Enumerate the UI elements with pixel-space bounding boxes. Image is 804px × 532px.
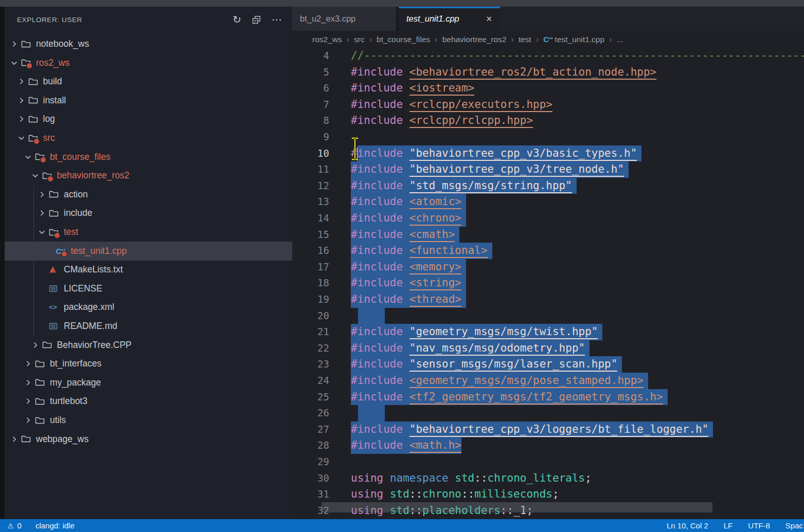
code-line-6[interactable]: 6#include <iostream> [292, 80, 804, 97]
folder-icon [42, 172, 56, 180]
code-line-8[interactable]: 8#include <rclcpp/rclcpp.hpp> [292, 113, 804, 129]
more-actions-icon[interactable]: ⋯ [272, 15, 282, 24]
close-icon[interactable]: ✕ [486, 14, 492, 24]
breadcrumb-item-file[interactable]: C++test_unit1.cpp [543, 35, 604, 44]
book-file-icon [49, 322, 63, 330]
tree-item-label: notebook_ws [36, 39, 89, 49]
collapse-all-icon[interactable] [252, 15, 261, 25]
chevron-right-icon [24, 378, 35, 387]
code-line-22[interactable]: 22#include "nav_msgs/msg/odometry.hpp" [292, 340, 804, 357]
chevron-right-icon: › [369, 35, 372, 44]
tree-item-utils[interactable]: utils [5, 411, 292, 430]
tree-item-bt-course-files[interactable]: bt_course_files [5, 148, 292, 167]
code-line-27[interactable]: 27#include "behaviortree_cpp_v3/loggers/… [292, 421, 804, 438]
status-eol[interactable]: LF [724, 521, 733, 530]
code-line-5[interactable]: 5#include <behaviortree_ros2/bt_action_n… [292, 64, 804, 81]
error-badge [34, 139, 39, 144]
code-line-14[interactable]: 14#include <chrono> [292, 210, 804, 227]
tab-test-unit1-cpp[interactable]: test_unit1.cpp✕ [399, 7, 500, 31]
error-badge [41, 157, 46, 162]
chevron-right-icon [10, 40, 21, 48]
code-line-9[interactable]: 9 [292, 129, 804, 145]
code-editor[interactable]: 4//-------------------------------------… [292, 48, 804, 519]
code-line-21[interactable]: 21#include "geometry_msgs/msg/twist.hpp" [292, 324, 804, 340]
code-line-31[interactable]: 31using std::chrono::milliseconds; [292, 486, 804, 503]
folder-icon [21, 40, 35, 48]
tree-item-notebook-ws[interactable]: notebook_ws [5, 34, 292, 53]
chevron-down-icon [17, 134, 28, 142]
code-line-4[interactable]: 4//-------------------------------------… [292, 48, 804, 64]
tree-item-behaviortree-ros2[interactable]: behaviortree_ros2 [5, 166, 292, 185]
code-line-19[interactable]: 19#include <thread> [292, 291, 804, 308]
code-line-15[interactable]: 15#include <cmath> [292, 227, 804, 243]
code-line-25[interactable]: 25#include <tf2_geometry_msgs/tf2_geomet… [292, 389, 804, 406]
breadcrumb-item-bt_course_files[interactable]: bt_course_files [377, 35, 430, 44]
refresh-icon[interactable]: ↻ [233, 15, 241, 24]
code-line-7[interactable]: 7#include <rclcpp/executors.hpp> [292, 97, 804, 113]
code-text: #include <functional> [351, 243, 492, 259]
breadcrumb-item-behaviortree_ros2[interactable]: behaviortree_ros2 [442, 35, 507, 44]
tree-item-label: log [43, 114, 55, 124]
code-line-28[interactable]: 28#include <math.h> [292, 437, 804, 454]
tree-item-turtlebot3[interactable]: turtlebot3 [5, 392, 292, 411]
status-clangd[interactable]: clangd: idle [35, 521, 75, 530]
breadcrumb-item-src[interactable]: src [354, 35, 365, 44]
folder-icon [42, 341, 56, 349]
status-problems[interactable]: ⚠ 0 [7, 521, 22, 530]
tree-item-bt-interfaces[interactable]: bt_interfaces [5, 354, 292, 373]
line-number: 28 [292, 437, 329, 454]
tree-item-webpage-ws[interactable]: webpage_ws [5, 430, 292, 449]
tree-item-label: webpage_ws [36, 434, 88, 445]
tree-item-behaviortree-cpp[interactable]: BehaviorTree.CPP [5, 336, 292, 355]
editor-group: bt_u2_ex3.cpptest_unit1.cpp✕ ros2_ws›src… [292, 7, 804, 519]
code-text: #include "behaviortree_cpp_v3/loggers/bt… [351, 421, 713, 438]
tree-item-action[interactable]: action [5, 185, 292, 204]
tree-item-test-unit1-cpp[interactable]: C++test_unit1.cpp [5, 242, 292, 261]
code-line-10[interactable]: 10#include "behaviortree_cpp_v3/basic_ty… [292, 145, 804, 162]
code-line-13[interactable]: 13#include <atomic> [292, 194, 804, 210]
status-encoding[interactable]: UTF-8 [748, 521, 770, 530]
tree-item-log[interactable]: log [5, 109, 292, 129]
code-line-11[interactable]: 11#include "behaviortree_cpp_v3/tree_nod… [292, 161, 804, 178]
tree-item-src[interactable]: src [5, 129, 292, 148]
code-line-29[interactable]: 29 [292, 454, 804, 470]
tree-item-install[interactable]: install [5, 91, 292, 110]
tree-item-cmakelists-txt[interactable]: CMakeLists.txt [5, 260, 292, 279]
selection-highlight: #include <memory> [351, 259, 466, 276]
chevron-right-icon [24, 416, 35, 425]
code-text: #include <iostream> [351, 80, 474, 97]
line-number: 29 [292, 454, 329, 470]
line-number: 17 [292, 259, 329, 276]
folder-icon [49, 228, 63, 236]
tree-item-test[interactable]: test [5, 223, 292, 242]
tree-item-build[interactable]: build [5, 72, 292, 91]
breadcrumb-item-test[interactable]: test [519, 35, 531, 44]
breadcrumb-item-ros2_ws[interactable]: ros2_ws [312, 35, 342, 44]
code-line-16[interactable]: 16#include <functional> [292, 243, 804, 259]
code-line-12[interactable]: 12#include "std_msgs/msg/string.hpp" [292, 178, 804, 194]
folder-icon [28, 134, 42, 142]
breadcrumb-symbol-placeholder[interactable]: ... [616, 35, 623, 44]
code-line-26[interactable]: 26 [292, 405, 804, 421]
code-line-20[interactable]: 20 [292, 308, 804, 324]
tree-item-license[interactable]: LICENSE [5, 279, 292, 298]
tree-item-readme-md[interactable]: README.md [5, 317, 292, 336]
tree-item-package-xml[interactable]: <>package.xml [5, 298, 292, 317]
status-cursor-position[interactable]: Ln 10, Col 2 [667, 521, 708, 530]
code-line-30[interactable]: 30using namespace std::chrono_literals; [292, 470, 804, 487]
selection-highlight: #include <thread> [351, 291, 466, 308]
tree-item-include[interactable]: include [5, 204, 292, 223]
chevron-right-icon [17, 115, 28, 123]
code-line-23[interactable]: 23#include "sensor_msgs/msg/laser_scan.h… [292, 356, 804, 373]
code-line-24[interactable]: 24#include <geometry_msgs/msg/pose_stamp… [292, 373, 804, 389]
tab-bt-u2-ex3-cpp[interactable]: bt_u2_ex3.cpp [292, 7, 396, 31]
line-number: 7 [292, 97, 329, 113]
code-line-17[interactable]: 17#include <memory> [292, 259, 804, 276]
tree-item-my-package[interactable]: my_package [5, 373, 292, 392]
tree-item-label: test_unit1.cpp [71, 246, 127, 256]
horizontal-scrollbar-thumb[interactable] [321, 502, 712, 512]
tree-item-label: ros2_ws [36, 58, 69, 68]
status-indentation[interactable]: Spac [785, 521, 803, 530]
tree-item-ros2-ws[interactable]: ros2_ws [5, 53, 292, 72]
code-line-18[interactable]: 18#include <string> [292, 275, 804, 291]
